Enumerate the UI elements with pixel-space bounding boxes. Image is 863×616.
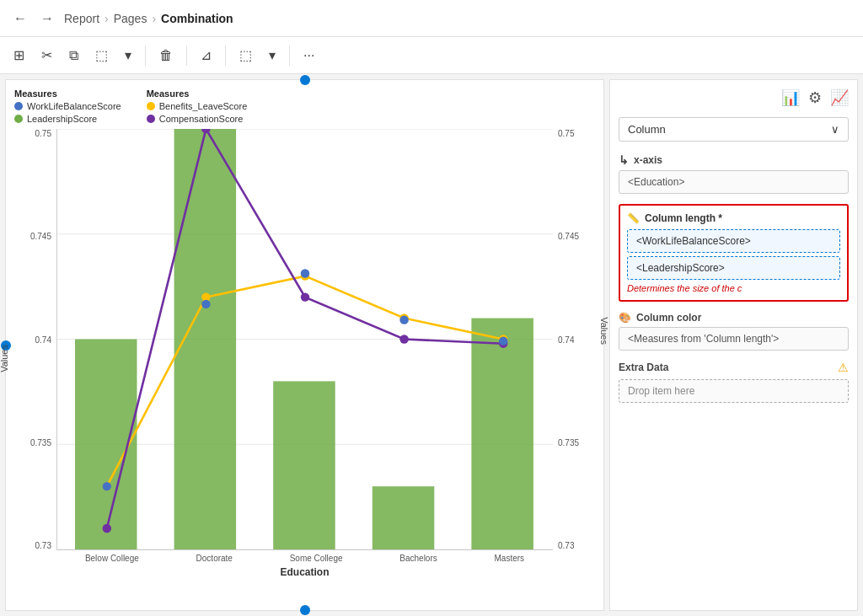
warning-icon: ⚠ (838, 361, 849, 374)
column-dropdown[interactable]: Column ∨ (619, 117, 849, 142)
settings-icon[interactable]: ⚙ (808, 88, 822, 107)
toolbar-separator (145, 46, 146, 66)
bar-ba (373, 486, 435, 549)
bar-ma (471, 319, 533, 549)
x-label-ma: Masters (495, 554, 525, 563)
chart-svg (57, 129, 553, 549)
y-axis-right: 0.75 0.745 0.74 0.735 0.73 Values (553, 129, 595, 550)
dot-wlb-bc (103, 482, 112, 490)
dot-comp-sc (301, 292, 310, 301)
x-label-sc: Some College (290, 554, 343, 563)
bar-sc (273, 381, 335, 549)
breadcrumb: Report › Pages › Combination (64, 12, 233, 25)
x-label-bc: Below College (85, 554, 139, 563)
dot-wlb-d (201, 300, 211, 308)
legend-left: Measures WorkLifeBalanceScore Leadership… (14, 88, 121, 124)
legend-item-wlb: WorkLifeBalanceScore (14, 101, 121, 111)
frame-dropdown-icon[interactable]: ▾ (265, 44, 279, 67)
layout-icon[interactable]: ⊞ (10, 44, 28, 67)
toolbar-separator4 (289, 46, 290, 66)
wlb-field[interactable]: <WorkLifeBalanceScore> (627, 229, 840, 253)
legend-label-wlb: WorkLifeBalanceScore (27, 101, 121, 111)
legend-right: Measures Benefits_LeaveScore Compensatio… (147, 88, 248, 124)
y-right-tick-2: 0.74 (558, 335, 574, 345)
x-axis-section: ↳ x-axis <Education> (619, 153, 849, 194)
column-length-tooltip: Determines the size of the c (627, 283, 840, 293)
filter-icon[interactable]: ⊿ (197, 44, 215, 67)
paste-dropdown-icon[interactable]: ▾ (121, 44, 135, 67)
legend-dot-wlb (14, 102, 23, 110)
breadcrumb-pages[interactable]: Pages (114, 12, 147, 25)
legend-left-title: Measures (14, 88, 121, 99)
forward-button[interactable]: → (37, 8, 57, 29)
legend-dot-bls (147, 102, 155, 110)
legend-dot-cs (147, 115, 155, 123)
x-label-ba: Bachelors (399, 554, 437, 563)
toolbar: ⊞ ✂ ⧉ ⬚ ▾ 🗑 ⊿ ⬚ ▾ ··· (0, 37, 863, 74)
panel-icons-top: 📊 ⚙ 📈 (619, 88, 849, 107)
paste-icon[interactable]: ⬚ (92, 44, 111, 67)
y-right-tick-3: 0.735 (558, 438, 579, 447)
dot-comp-ba (399, 335, 409, 343)
legend-label-ls: LeadershipScore (27, 114, 97, 124)
legend-item-ls: LeadershipScore (14, 114, 121, 124)
x-axis-field[interactable]: <Education> (619, 170, 849, 194)
breadcrumb-current: Combination (161, 12, 233, 25)
column-dropdown-chevron: ∨ (831, 123, 839, 136)
main-area: Measures WorkLifeBalanceScore Leadership… (0, 74, 863, 616)
toolbar-separator3 (225, 46, 226, 66)
extra-data-drop-field[interactable]: Drop item here (619, 379, 849, 403)
right-panel: 📊 ⚙ 📈 Column ∨ ↳ x-axis <Education> 📏 Co… (609, 79, 858, 611)
x-axis-title: Education (14, 566, 595, 578)
x-axis: Below College Doctorate Some College Bac… (56, 554, 553, 563)
top-bar: ← → Report › Pages › Combination (0, 0, 863, 37)
bar-chart-icon[interactable]: 📊 (781, 88, 800, 107)
chart-plot (56, 129, 553, 550)
resize-handle-top[interactable] (300, 75, 310, 85)
resize-handle-bottom[interactable] (300, 605, 310, 615)
legend-item-cs: CompensationScore (147, 114, 248, 124)
column-color-title-label: 🎨 Column color (619, 312, 849, 324)
y-right-tick-0: 0.75 (558, 129, 574, 138)
breadcrumb-sep2: › (152, 12, 156, 25)
more-icon[interactable]: ··· (300, 45, 318, 67)
chart-body: Values 0.75 0.745 0.74 0.735 0.73 (14, 129, 595, 550)
cut-icon[interactable]: ✂ (38, 44, 56, 67)
x-axis-title-label: ↳ x-axis (619, 153, 849, 167)
y-right-tick-1: 0.745 (558, 232, 579, 241)
column-color-field[interactable]: <Measures from 'Column length'> (619, 327, 849, 351)
extra-data-section: Extra Data ⚠ Drop item here (619, 361, 849, 403)
y-tick-2: 0.74 (35, 335, 51, 345)
frame-icon[interactable]: ⬚ (236, 44, 255, 67)
legend-item-bls: Benefits_LeaveScore (147, 101, 248, 111)
dot-wlb-ba (399, 315, 409, 324)
y-right-tick-4: 0.73 (558, 541, 574, 550)
delete-icon[interactable]: 🗑 (156, 45, 176, 67)
copy-icon[interactable]: ⧉ (66, 45, 82, 67)
back-button[interactable]: ← (10, 8, 30, 29)
extra-data-title: Extra Data (619, 362, 668, 373)
dot-wlb-ma (499, 336, 508, 345)
column-color-label: Column color (636, 312, 701, 324)
column-length-section: 📏 Column length * <WorkLifeBalanceScore>… (619, 204, 849, 302)
y-tick-3: 0.735 (30, 438, 51, 447)
column-color-section: 🎨 Column color <Measures from 'Column le… (619, 312, 849, 351)
leadership-field[interactable]: <LeadershipScore> (627, 256, 840, 280)
dot-comp-bc (103, 524, 112, 533)
x-axis-section-label: x-axis (634, 154, 662, 166)
breadcrumb-report[interactable]: Report (64, 12, 99, 25)
column-length-label: Column length * (645, 212, 722, 224)
breadcrumb-sep1: › (105, 12, 109, 25)
chart-type-icon[interactable]: 📈 (830, 88, 849, 107)
x-label-d: Doctorate (196, 554, 233, 563)
column-dropdown-label: Column (628, 123, 666, 136)
y-tick-1: 0.745 (30, 232, 51, 241)
y-tick-0: 0.75 (35, 129, 51, 138)
chart-header: Measures WorkLifeBalanceScore Leadership… (14, 88, 595, 124)
legend-right-title: Measures (147, 88, 248, 99)
y-label-left-rotate: Values (0, 345, 9, 372)
column-color-icon: 🎨 (619, 312, 631, 324)
column-length-icon: 📏 (627, 212, 640, 224)
legend-label-cs: CompensationScore (159, 114, 244, 124)
extra-data-header: Extra Data ⚠ (619, 361, 849, 374)
